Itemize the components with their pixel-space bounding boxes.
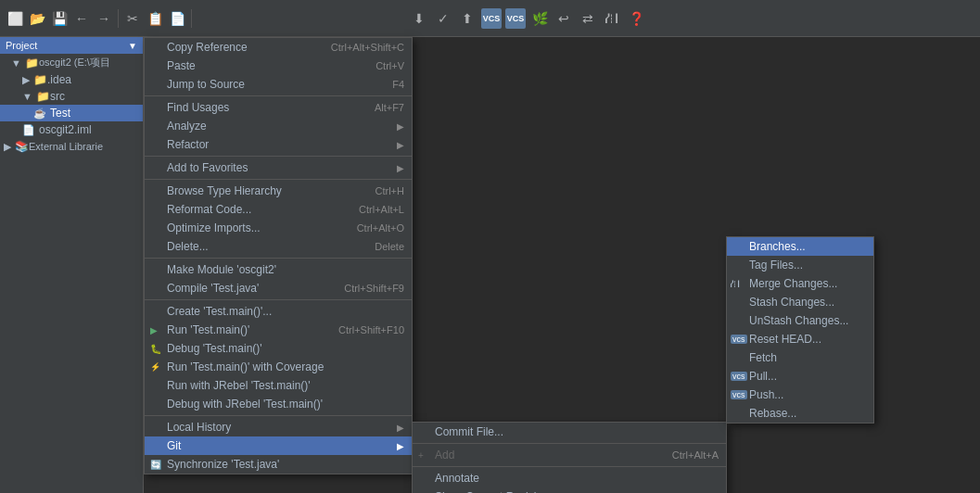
menu-reformat[interactable]: Reformat Code... Ctrl+Alt+L <box>145 200 412 219</box>
menu-add-icon: + <box>418 450 424 461</box>
menu-git-label: Git <box>167 439 181 452</box>
menu-make-label: Make Module 'oscgit2' <box>167 263 276 276</box>
menu-delete-label: Delete... <box>167 240 209 253</box>
menu-paste[interactable]: Paste Ctrl+V <box>145 57 412 75</box>
tree-item-iml-label: oscgit2.iml <box>39 123 92 136</box>
menu-create-test[interactable]: Create 'Test.main()'... <box>145 302 412 321</box>
tree-item-idea[interactable]: ▶ 📁 .idea <box>0 71 143 88</box>
tree-item-iml[interactable]: 📄 oscgit2.iml <box>0 121 143 138</box>
menu-reset-head[interactable]: vcs Reset HEAD... <box>727 330 873 348</box>
tree-item-oscgit2[interactable]: ▼ 📁 oscgit2 (E:\项目 <box>0 54 143 71</box>
menu-rebase[interactable]: Rebase... <box>727 404 873 423</box>
menu-debug[interactable]: 🐛 Debug 'Test.main()' <box>145 339 412 358</box>
menu-optimize[interactable]: Optimize Imports... Ctrl+Alt+O <box>145 219 412 237</box>
tree-icon-idea: 📁 <box>33 73 47 86</box>
project-chevron-icon: ▼ <box>128 41 137 51</box>
menu-copy-reference[interactable]: Copy Reference Ctrl+Alt+Shift+C <box>145 38 412 57</box>
tree-item-src[interactable]: ▼ 📁 src <box>0 88 143 105</box>
menu-make-module[interactable]: Make Module 'oscgit2' <box>145 260 412 279</box>
menu-refactor-arrow: ▶ <box>397 140 404 150</box>
vcs-icon-2[interactable]: VCS <box>505 8 526 29</box>
menu-create-label: Create 'Test.main()'... <box>167 305 272 318</box>
menu-analyze-label: Analyze <box>167 120 207 133</box>
menu-sep-3 <box>145 179 412 180</box>
menu-sep-6 <box>145 415 412 416</box>
menu-annotate[interactable]: Annotate <box>413 469 726 487</box>
menu-show-current-revision[interactable]: Show Current Revision <box>413 487 726 493</box>
menu-synchronize-label: Synchronize 'Test.java' <box>167 458 279 471</box>
menu-find-usages-label: Find Usages <box>167 101 229 114</box>
menu-analyze[interactable]: Analyze ▶ <box>145 117 412 135</box>
tree-item-external[interactable]: ▶ 📚 External Librarie <box>0 138 143 155</box>
toolbar: ⬜ 📂 💾 ← → ✂ 📋 📄 ⬇ ✓ ⬆ VCS VCS 🌿 ↩ ⇄ ⛙ ❓ <box>0 0 980 37</box>
menu-local-history[interactable]: Local History ▶ <box>145 418 412 436</box>
menu-optimize-label: Optimize Imports... <box>167 221 261 234</box>
menu-debug-label: Debug 'Test.main()' <box>167 342 262 355</box>
menu-jump-label: Jump to Source <box>167 78 245 91</box>
context-menu-repository: Branches... Tag Files... ⛙ Merge Changes… <box>726 236 874 423</box>
toolbar-revert-icon[interactable]: ↩ <box>554 8 574 29</box>
menu-delete[interactable]: Delete... Delete <box>145 237 412 256</box>
menu-jump-to-source[interactable]: Jump to Source F4 <box>145 75 412 94</box>
menu-push[interactable]: vcs Push... <box>727 386 873 404</box>
menu-push-icon: vcs <box>731 390 747 399</box>
menu-sep-1 <box>145 95 412 96</box>
vcs-commit-icon[interactable]: ✓ <box>433 8 453 29</box>
menu-reset-head-label: Reset HEAD... <box>749 333 821 346</box>
menu-coverage-icon: ⚡ <box>150 362 160 372</box>
tree-icon-iml: 📄 <box>22 124 35 136</box>
menu-reformat-label: Reformat Code... <box>167 203 251 216</box>
vcs-icon-1[interactable]: VCS <box>481 8 502 29</box>
menu-paste-label: Paste <box>167 59 196 72</box>
menu-add-to-favorites[interactable]: Add to Favorites ▶ <box>145 158 412 177</box>
project-label: Project <box>6 40 37 51</box>
menu-tag-files[interactable]: Tag Files... <box>727 256 873 274</box>
menu-stash[interactable]: Stash Changes... <box>727 293 873 311</box>
menu-fetch-label: Fetch <box>749 351 777 364</box>
menu-find-usages[interactable]: Find Usages Alt+F7 <box>145 98 412 117</box>
menu-run[interactable]: ▶ Run 'Test.main()' Ctrl+Shift+F10 <box>145 321 412 339</box>
menu-git[interactable]: Git ▶ <box>145 436 412 455</box>
menu-debug-icon: 🐛 <box>150 344 161 354</box>
menu-run-shortcut: Ctrl+Shift+F10 <box>338 324 404 335</box>
menu-favorites-arrow: ▶ <box>397 163 404 173</box>
vcs-push-icon[interactable]: ⬆ <box>457 8 477 29</box>
context-menu-git: Commit File... + Add Ctrl+Alt+A Annotate… <box>412 422 727 493</box>
tree-icon-src: 📁 <box>36 90 50 103</box>
menu-compile-shortcut: Ctrl+Shift+F9 <box>344 283 404 294</box>
menu-debug-jrebel[interactable]: Debug with JRebel 'Test.main()' <box>145 395 412 413</box>
toolbar-icon-save[interactable]: 💾 <box>49 8 70 29</box>
menu-compile[interactable]: Compile 'Test.java' Ctrl+Shift+F9 <box>145 279 412 297</box>
menu-find-usages-shortcut: Alt+F7 <box>375 102 404 113</box>
toolbar-icon-open[interactable]: 📂 <box>27 8 47 29</box>
menu-synchronize[interactable]: 🔄 Synchronize 'Test.java' <box>145 455 412 474</box>
vcs-update-icon[interactable]: ⬇ <box>409 8 429 29</box>
toolbar-icon-paste[interactable]: 📄 <box>167 8 187 29</box>
menu-commit-file[interactable]: Commit File... <box>413 423 726 441</box>
menu-delete-shortcut: Delete <box>375 241 404 252</box>
toolbar-icon-new[interactable]: ⬜ <box>5 8 25 29</box>
menu-run-jrebel[interactable]: Run with JRebel 'Test.main()' <box>145 376 412 395</box>
menu-branches[interactable]: Branches... <box>727 237 873 256</box>
tree-item-test[interactable]: ☕ Test <box>0 105 143 121</box>
menu-merge-changes[interactable]: ⛙ Merge Changes... <box>727 274 873 293</box>
menu-copy-reference-shortcut: Ctrl+Alt+Shift+C <box>331 42 404 53</box>
menu-unstash[interactable]: UnStash Changes... <box>727 311 873 330</box>
toolbar-diff-icon[interactable]: ⇄ <box>578 8 598 29</box>
menu-copy-reference-label: Copy Reference <box>167 41 248 54</box>
toolbar-icon-back[interactable]: ← <box>71 8 92 29</box>
project-panel-header: Project ▼ <box>0 37 143 54</box>
menu-pull[interactable]: vcs Pull... <box>727 367 873 386</box>
menu-add[interactable]: + Add Ctrl+Alt+A <box>413 446 726 464</box>
menu-run-coverage[interactable]: ⚡ Run 'Test.main()' with Coverage <box>145 358 412 376</box>
menu-refactor[interactable]: Refactor ▶ <box>145 135 412 154</box>
toolbar-merge-icon[interactable]: ⛙ <box>602 8 622 29</box>
toolbar-help-icon[interactable]: ❓ <box>626 8 646 29</box>
tree-icon-external: 📚 <box>15 140 29 153</box>
menu-fetch[interactable]: Fetch <box>727 348 873 367</box>
menu-browse-hierarchy[interactable]: Browse Type Hierarchy Ctrl+H <box>145 182 412 200</box>
toolbar-icon-forward[interactable]: → <box>94 8 114 29</box>
toolbar-icon-cut[interactable]: ✂ <box>122 8 143 29</box>
toolbar-icon-copy[interactable]: 📋 <box>145 8 165 29</box>
toolbar-branch-icon[interactable]: 🌿 <box>529 8 550 29</box>
